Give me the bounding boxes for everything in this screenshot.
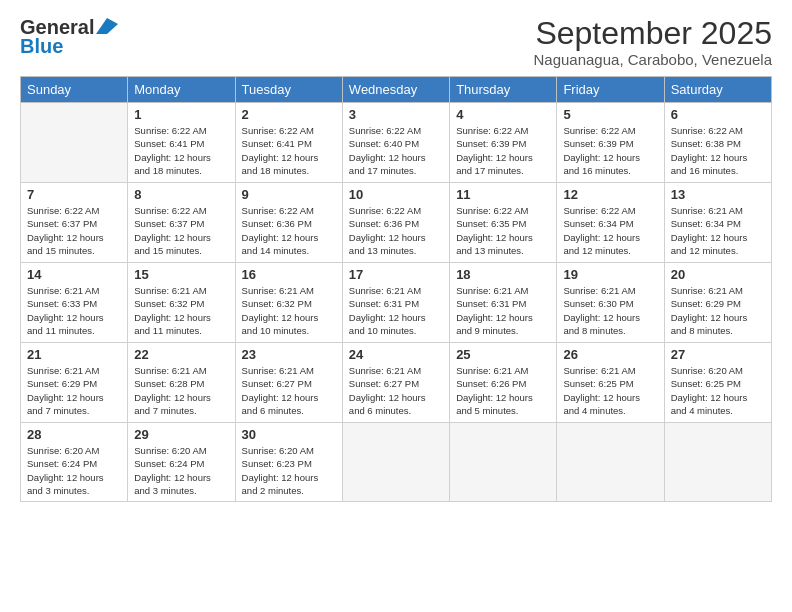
day-number: 8 <box>134 187 228 202</box>
calendar-cell: 25Sunrise: 6:21 AM Sunset: 6:26 PM Dayli… <box>450 343 557 423</box>
calendar-week-1: 1Sunrise: 6:22 AM Sunset: 6:41 PM Daylig… <box>21 103 772 183</box>
day-number: 27 <box>671 347 765 362</box>
calendar-cell <box>342 423 449 502</box>
day-info: Sunrise: 6:22 AM Sunset: 6:39 PM Dayligh… <box>456 124 550 177</box>
day-info: Sunrise: 6:21 AM Sunset: 6:27 PM Dayligh… <box>242 364 336 417</box>
calendar-cell <box>557 423 664 502</box>
calendar-cell <box>450 423 557 502</box>
day-number: 6 <box>671 107 765 122</box>
calendar-header-row: SundayMondayTuesdayWednesdayThursdayFrid… <box>21 77 772 103</box>
day-number: 18 <box>456 267 550 282</box>
calendar-cell: 22Sunrise: 6:21 AM Sunset: 6:28 PM Dayli… <box>128 343 235 423</box>
calendar-header-wednesday: Wednesday <box>342 77 449 103</box>
day-info: Sunrise: 6:21 AM Sunset: 6:27 PM Dayligh… <box>349 364 443 417</box>
day-info: Sunrise: 6:21 AM Sunset: 6:28 PM Dayligh… <box>134 364 228 417</box>
calendar-header-friday: Friday <box>557 77 664 103</box>
calendar-cell: 12Sunrise: 6:22 AM Sunset: 6:34 PM Dayli… <box>557 183 664 263</box>
day-info: Sunrise: 6:21 AM Sunset: 6:25 PM Dayligh… <box>563 364 657 417</box>
calendar-cell <box>21 103 128 183</box>
day-info: Sunrise: 6:21 AM Sunset: 6:29 PM Dayligh… <box>671 284 765 337</box>
calendar-cell: 9Sunrise: 6:22 AM Sunset: 6:36 PM Daylig… <box>235 183 342 263</box>
day-number: 2 <box>242 107 336 122</box>
calendar-cell: 26Sunrise: 6:21 AM Sunset: 6:25 PM Dayli… <box>557 343 664 423</box>
day-info: Sunrise: 6:22 AM Sunset: 6:36 PM Dayligh… <box>242 204 336 257</box>
day-number: 29 <box>134 427 228 442</box>
day-info: Sunrise: 6:20 AM Sunset: 6:24 PM Dayligh… <box>134 444 228 497</box>
calendar-week-2: 7Sunrise: 6:22 AM Sunset: 6:37 PM Daylig… <box>21 183 772 263</box>
day-number: 28 <box>27 427 121 442</box>
day-info: Sunrise: 6:21 AM Sunset: 6:31 PM Dayligh… <box>456 284 550 337</box>
calendar-cell: 1Sunrise: 6:22 AM Sunset: 6:41 PM Daylig… <box>128 103 235 183</box>
day-info: Sunrise: 6:22 AM Sunset: 6:38 PM Dayligh… <box>671 124 765 177</box>
day-info: Sunrise: 6:22 AM Sunset: 6:37 PM Dayligh… <box>134 204 228 257</box>
day-number: 9 <box>242 187 336 202</box>
calendar-cell: 6Sunrise: 6:22 AM Sunset: 6:38 PM Daylig… <box>664 103 771 183</box>
day-info: Sunrise: 6:22 AM Sunset: 6:34 PM Dayligh… <box>563 204 657 257</box>
calendar-week-3: 14Sunrise: 6:21 AM Sunset: 6:33 PM Dayli… <box>21 263 772 343</box>
calendar-cell: 19Sunrise: 6:21 AM Sunset: 6:30 PM Dayli… <box>557 263 664 343</box>
calendar-header-thursday: Thursday <box>450 77 557 103</box>
location: Naguanagua, Carabobo, Venezuela <box>533 51 772 68</box>
calendar-cell: 28Sunrise: 6:20 AM Sunset: 6:24 PM Dayli… <box>21 423 128 502</box>
day-number: 3 <box>349 107 443 122</box>
calendar-cell: 14Sunrise: 6:21 AM Sunset: 6:33 PM Dayli… <box>21 263 128 343</box>
day-number: 7 <box>27 187 121 202</box>
calendar-cell: 13Sunrise: 6:21 AM Sunset: 6:34 PM Dayli… <box>664 183 771 263</box>
calendar-cell: 30Sunrise: 6:20 AM Sunset: 6:23 PM Dayli… <box>235 423 342 502</box>
day-number: 12 <box>563 187 657 202</box>
day-number: 1 <box>134 107 228 122</box>
day-number: 24 <box>349 347 443 362</box>
day-number: 10 <box>349 187 443 202</box>
calendar-cell: 11Sunrise: 6:22 AM Sunset: 6:35 PM Dayli… <box>450 183 557 263</box>
day-number: 15 <box>134 267 228 282</box>
calendar-cell: 17Sunrise: 6:21 AM Sunset: 6:31 PM Dayli… <box>342 263 449 343</box>
calendar-header-sunday: Sunday <box>21 77 128 103</box>
day-info: Sunrise: 6:21 AM Sunset: 6:26 PM Dayligh… <box>456 364 550 417</box>
logo-icon <box>96 18 118 34</box>
day-info: Sunrise: 6:20 AM Sunset: 6:23 PM Dayligh… <box>242 444 336 497</box>
page: General Blue September 2025 Naguanagua, … <box>0 0 792 612</box>
day-info: Sunrise: 6:22 AM Sunset: 6:35 PM Dayligh… <box>456 204 550 257</box>
day-info: Sunrise: 6:22 AM Sunset: 6:41 PM Dayligh… <box>242 124 336 177</box>
calendar-week-5: 28Sunrise: 6:20 AM Sunset: 6:24 PM Dayli… <box>21 423 772 502</box>
day-number: 25 <box>456 347 550 362</box>
calendar-cell: 3Sunrise: 6:22 AM Sunset: 6:40 PM Daylig… <box>342 103 449 183</box>
calendar-week-4: 21Sunrise: 6:21 AM Sunset: 6:29 PM Dayli… <box>21 343 772 423</box>
calendar-cell <box>664 423 771 502</box>
calendar-cell: 5Sunrise: 6:22 AM Sunset: 6:39 PM Daylig… <box>557 103 664 183</box>
day-number: 4 <box>456 107 550 122</box>
calendar-cell: 24Sunrise: 6:21 AM Sunset: 6:27 PM Dayli… <box>342 343 449 423</box>
day-number: 14 <box>27 267 121 282</box>
calendar-cell: 27Sunrise: 6:20 AM Sunset: 6:25 PM Dayli… <box>664 343 771 423</box>
svg-marker-0 <box>96 18 118 34</box>
day-info: Sunrise: 6:21 AM Sunset: 6:30 PM Dayligh… <box>563 284 657 337</box>
day-number: 21 <box>27 347 121 362</box>
calendar-header-monday: Monday <box>128 77 235 103</box>
logo-blue: Blue <box>20 35 63 58</box>
calendar-cell: 18Sunrise: 6:21 AM Sunset: 6:31 PM Dayli… <box>450 263 557 343</box>
day-number: 19 <box>563 267 657 282</box>
title-block: September 2025 Naguanagua, Carabobo, Ven… <box>533 16 772 68</box>
day-number: 30 <box>242 427 336 442</box>
calendar-cell: 20Sunrise: 6:21 AM Sunset: 6:29 PM Dayli… <box>664 263 771 343</box>
logo: General Blue <box>20 16 118 58</box>
calendar-cell: 29Sunrise: 6:20 AM Sunset: 6:24 PM Dayli… <box>128 423 235 502</box>
day-info: Sunrise: 6:20 AM Sunset: 6:25 PM Dayligh… <box>671 364 765 417</box>
day-number: 17 <box>349 267 443 282</box>
calendar-header-tuesday: Tuesday <box>235 77 342 103</box>
day-info: Sunrise: 6:21 AM Sunset: 6:29 PM Dayligh… <box>27 364 121 417</box>
month-title: September 2025 <box>533 16 772 51</box>
day-info: Sunrise: 6:20 AM Sunset: 6:24 PM Dayligh… <box>27 444 121 497</box>
calendar-cell: 7Sunrise: 6:22 AM Sunset: 6:37 PM Daylig… <box>21 183 128 263</box>
day-info: Sunrise: 6:21 AM Sunset: 6:34 PM Dayligh… <box>671 204 765 257</box>
day-number: 26 <box>563 347 657 362</box>
day-number: 22 <box>134 347 228 362</box>
day-number: 20 <box>671 267 765 282</box>
calendar-cell: 4Sunrise: 6:22 AM Sunset: 6:39 PM Daylig… <box>450 103 557 183</box>
day-number: 16 <box>242 267 336 282</box>
day-info: Sunrise: 6:22 AM Sunset: 6:37 PM Dayligh… <box>27 204 121 257</box>
calendar-cell: 8Sunrise: 6:22 AM Sunset: 6:37 PM Daylig… <box>128 183 235 263</box>
calendar-cell: 16Sunrise: 6:21 AM Sunset: 6:32 PM Dayli… <box>235 263 342 343</box>
day-number: 11 <box>456 187 550 202</box>
calendar-cell: 10Sunrise: 6:22 AM Sunset: 6:36 PM Dayli… <box>342 183 449 263</box>
